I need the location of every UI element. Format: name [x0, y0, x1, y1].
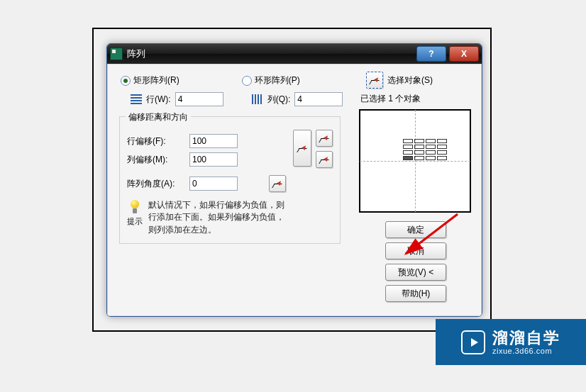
lightbulb-icon: [128, 199, 141, 215]
array-dialog: 阵列 ? X 矩形阵列(R) 环形阵列(P) 行(W):: [106, 43, 482, 317]
watermark-url: zixue.3d66.com: [492, 347, 560, 356]
close-glyph: X: [461, 49, 467, 59]
select-objects-button[interactable]: [366, 72, 383, 89]
titlebar-help-button[interactable]: ?: [416, 46, 446, 62]
watermark-title: 溜溜自学: [492, 329, 560, 347]
help-button[interactable]: 帮助(H): [385, 285, 446, 302]
cols-icon: [252, 94, 263, 104]
pick-icon: [272, 179, 282, 189]
watermark: 溜溜自学 zixue.3d66.com: [436, 319, 586, 365]
cols-input[interactable]: [294, 92, 343, 106]
help-glyph: ?: [429, 49, 433, 59]
radio-polar-label: 环形阵列(P): [255, 74, 300, 86]
preview-label: 预览(V) <: [398, 267, 433, 279]
rows-icon: [131, 94, 142, 104]
radio-dot-icon: [242, 76, 252, 86]
groupbox-legend: 偏移距离和方向: [126, 111, 191, 123]
pick-icon: [370, 75, 380, 85]
angle-input[interactable]: [189, 177, 238, 191]
axis-v: [415, 110, 416, 212]
ok-button[interactable]: 确定: [385, 221, 446, 238]
ok-label: 确定: [407, 224, 424, 236]
pick-icon: [319, 155, 329, 164]
radio-polar[interactable]: 环形阵列(P): [242, 74, 300, 86]
hint-text: 默认情况下，如果行偏移为负值，则行添加在下面。如果列偏移为负值，则列添加在左边。: [148, 199, 290, 236]
preview-button[interactable]: 预览(V) <: [385, 264, 446, 281]
col-offset-input[interactable]: [189, 152, 238, 167]
pick-row-offset-button[interactable]: [316, 130, 333, 147]
help-label: 帮助(H): [402, 288, 431, 300]
selection-count: 已选择 1 个对象: [360, 93, 472, 105]
titlebar-close-button[interactable]: X: [449, 46, 479, 62]
pick-col-offset-button[interactable]: [316, 151, 333, 168]
pick-angle-button[interactable]: [269, 175, 286, 192]
radio-rectangular[interactable]: 矩形阵列(R): [121, 74, 179, 86]
radio-dot-icon: [121, 76, 131, 86]
pick-icon: [297, 143, 307, 153]
preview-pane: [359, 109, 471, 213]
row-offset-label: 行偏移(F):: [127, 135, 184, 147]
cancel-label: 取消: [407, 245, 424, 257]
titlebar: 阵列 ? X: [107, 44, 482, 64]
preview-grid: [402, 138, 448, 161]
app-icon: [110, 47, 123, 60]
watermark-play-icon: [461, 330, 485, 354]
rows-input[interactable]: [175, 92, 223, 106]
cancel-button[interactable]: 取消: [385, 242, 446, 259]
radio-rect-label: 矩形阵列(R): [133, 74, 179, 86]
col-offset-label: 列偏移(M):: [127, 154, 184, 166]
row-offset-input[interactable]: [189, 134, 238, 148]
offset-groupbox: 偏移距离和方向 行偏移(F): 列偏移(M):: [119, 116, 341, 244]
pick-icon: [319, 133, 329, 143]
dialog-title: 阵列: [127, 47, 416, 60]
select-objects-label: 选择对象(S): [387, 74, 433, 86]
dialog-client: 矩形阵列(R) 环形阵列(P) 行(W): 列(Q): 偏移距离和方向: [107, 64, 482, 316]
rows-label: 行(W):: [146, 94, 171, 106]
hint-label: 提示: [127, 216, 143, 227]
angle-label: 阵列角度(A):: [127, 178, 184, 190]
pick-both-offsets-button[interactable]: [293, 130, 311, 167]
cols-label: 列(Q):: [267, 94, 291, 106]
